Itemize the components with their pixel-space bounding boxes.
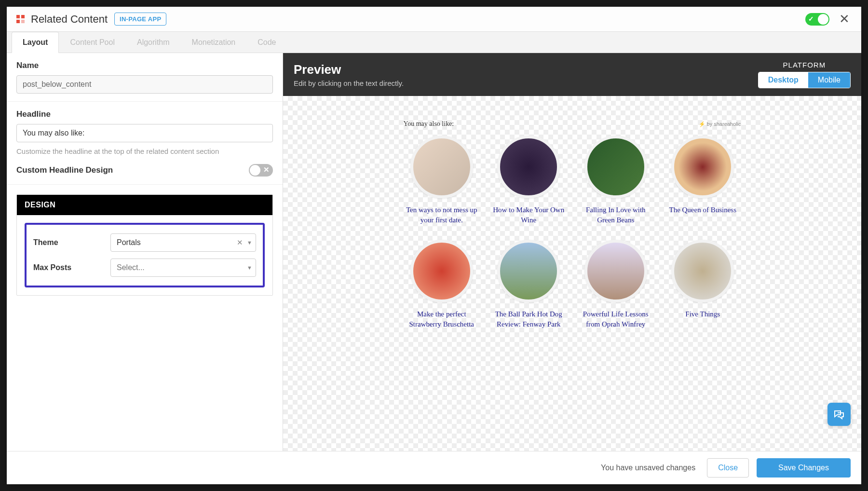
chevron-down-icon[interactable]: ▼ bbox=[247, 265, 252, 271]
check-icon: ✓ bbox=[808, 15, 814, 23]
svg-rect-0 bbox=[16, 15, 20, 18]
enable-toggle[interactable]: ✓ bbox=[805, 13, 829, 26]
preview-card[interactable]: The Ball Park Hot Dog Review: Fenway Par… bbox=[490, 240, 567, 329]
platform-mobile[interactable]: Mobile bbox=[808, 72, 850, 88]
preview-card[interactable]: Make the perfect Strawberry Bruschetta bbox=[404, 240, 480, 329]
close-button[interactable]: Close bbox=[707, 458, 749, 477]
platform-desktop[interactable]: Desktop bbox=[759, 72, 808, 88]
headline-input[interactable] bbox=[16, 124, 273, 142]
tab-content-pool[interactable]: Content Pool bbox=[59, 32, 126, 53]
card-image bbox=[497, 136, 560, 198]
tab-monetization[interactable]: Monetization bbox=[181, 32, 247, 53]
svg-rect-3 bbox=[21, 20, 25, 23]
chevron-down-icon[interactable]: ▼ bbox=[247, 240, 252, 246]
tabs-bar: Layout Content Pool Algorithm Monetizati… bbox=[7, 32, 861, 53]
card-image bbox=[410, 240, 473, 302]
card-title: The Ball Park Hot Dog Review: Fenway Par… bbox=[490, 309, 567, 329]
maxposts-label: Max Posts bbox=[33, 263, 110, 272]
preview-title: Preview bbox=[294, 62, 404, 77]
app-badge: IN-PAGE APP bbox=[114, 13, 166, 26]
x-icon: ✕ bbox=[263, 165, 270, 174]
widget-headline[interactable]: You may also like: bbox=[404, 120, 454, 128]
modal-title: Related Content bbox=[31, 13, 108, 26]
platform-label: PLATFORM bbox=[758, 61, 851, 69]
card-image bbox=[671, 136, 734, 198]
settings-modal: Related Content IN-PAGE APP ✓ ✕ Layout C… bbox=[7, 7, 861, 484]
svg-rect-2 bbox=[16, 20, 20, 23]
preview-canvas[interactable]: You may also like: by shareaholic Ten wa… bbox=[283, 96, 861, 451]
card-image bbox=[584, 240, 647, 302]
attribution: by shareaholic bbox=[699, 121, 741, 127]
preview-card[interactable]: How to Make Your Own Wine bbox=[490, 136, 567, 225]
card-image bbox=[410, 136, 473, 198]
clear-icon[interactable]: ✕ bbox=[237, 238, 243, 247]
cards-grid: Ten ways to not mess up your first date.… bbox=[404, 136, 741, 329]
modal-header: Related Content IN-PAGE APP ✓ ✕ bbox=[7, 7, 861, 32]
toggle-knob bbox=[250, 165, 260, 176]
svg-rect-1 bbox=[21, 15, 25, 18]
card-title: Powerful Life Lessons from Oprah Winfrey bbox=[578, 309, 654, 329]
modal-footer: You have unsaved changes Close Save Chan… bbox=[7, 451, 861, 484]
card-title: The Queen of Business bbox=[665, 205, 741, 215]
theme-select[interactable] bbox=[110, 233, 256, 252]
name-input[interactable] bbox=[16, 75, 273, 94]
card-image bbox=[671, 240, 734, 302]
close-icon[interactable]: ✕ bbox=[837, 12, 852, 27]
platform-tabs: Desktop Mobile bbox=[758, 72, 851, 88]
design-block: DESIGN Theme ✕ ▼ bbox=[16, 194, 273, 296]
design-highlight: Theme ✕ ▼ Max Posts bbox=[25, 223, 265, 287]
unsaved-text: You have unsaved changes bbox=[601, 464, 695, 472]
settings-panel: Name Headline Customize the headline at … bbox=[7, 53, 283, 451]
card-title: How to Make Your Own Wine bbox=[490, 205, 567, 225]
card-title: Five Things bbox=[665, 309, 741, 319]
card-image bbox=[497, 240, 560, 302]
tab-code[interactable]: Code bbox=[246, 32, 287, 53]
headline-help: Customize the headline at the top of the… bbox=[16, 147, 273, 155]
preview-card[interactable]: Powerful Life Lessons from Oprah Winfrey bbox=[578, 240, 654, 329]
preview-card[interactable]: The Queen of Business bbox=[665, 136, 741, 225]
name-label: Name bbox=[16, 61, 273, 70]
preview-card[interactable]: Ten ways to not mess up your first date. bbox=[404, 136, 480, 225]
save-button[interactable]: Save Changes bbox=[757, 458, 851, 477]
custom-headline-toggle[interactable]: ✕ bbox=[249, 164, 273, 177]
tab-layout[interactable]: Layout bbox=[12, 32, 59, 53]
preview-card[interactable]: Falling In Love with Green Beans bbox=[578, 136, 654, 225]
preview-panel: Preview Edit by clicking on the text dir… bbox=[283, 53, 861, 451]
card-title: Ten ways to not mess up your first date. bbox=[404, 205, 480, 225]
custom-headline-label: Custom Headline Design bbox=[16, 165, 113, 175]
card-title: Make the perfect Strawberry Bruschetta bbox=[404, 309, 480, 329]
theme-label: Theme bbox=[33, 238, 110, 247]
app-icon bbox=[16, 15, 25, 24]
preview-subtitle: Edit by clicking on the text directly. bbox=[294, 79, 404, 87]
maxposts-select[interactable] bbox=[110, 259, 256, 277]
tab-algorithm[interactable]: Algorithm bbox=[126, 32, 181, 53]
chat-button[interactable] bbox=[827, 403, 851, 426]
design-header: DESIGN bbox=[17, 195, 272, 215]
headline-label: Headline bbox=[16, 109, 273, 119]
card-title: Falling In Love with Green Beans bbox=[578, 205, 654, 225]
preview-card[interactable]: Five Things bbox=[665, 240, 741, 329]
card-image bbox=[584, 136, 647, 198]
toggle-knob bbox=[818, 14, 828, 25]
